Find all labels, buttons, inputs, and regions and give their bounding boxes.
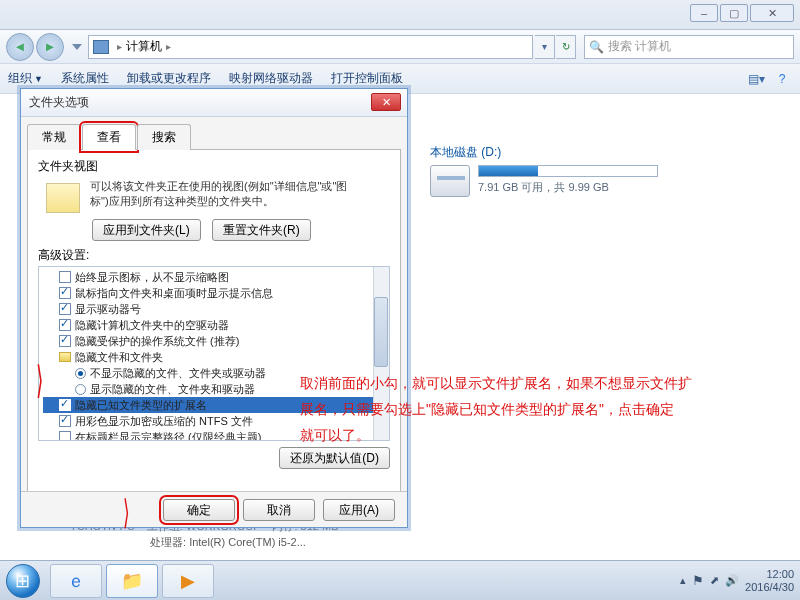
radio-icon[interactable] xyxy=(75,368,86,379)
checkbox-icon[interactable] xyxy=(59,271,71,283)
windows-orb-icon xyxy=(6,564,40,598)
taskbar-clock[interactable]: 12:00 2016/4/30 xyxy=(745,568,794,594)
nav-history-dropdown[interactable] xyxy=(72,44,82,50)
tray-show-hidden-icon[interactable]: ▴ xyxy=(680,574,686,587)
annotation-mark-1: ⟩ xyxy=(36,358,44,402)
refresh-button[interactable]: ↻ xyxy=(556,35,576,59)
map-drive-button[interactable]: 映射网络驱动器 xyxy=(229,70,313,87)
tray-icon[interactable]: ⬈ xyxy=(710,574,719,587)
checkbox-icon[interactable] xyxy=(59,399,71,411)
uninstall-button[interactable]: 卸载或更改程序 xyxy=(127,70,211,87)
setting-label: 不显示隐藏的文件、文件夹或驱动器 xyxy=(90,366,266,381)
action-center-icon[interactable]: ⚑ xyxy=(692,573,704,588)
control-panel-button[interactable]: 打开控制面板 xyxy=(331,70,403,87)
nav-forward-button[interactable]: ► xyxy=(36,33,64,61)
setting-label: 在标题栏显示完整路径 (仅限经典主题) xyxy=(75,430,261,442)
checkbox-icon[interactable] xyxy=(59,431,71,441)
tab-general[interactable]: 常规 xyxy=(27,124,81,150)
folder-views-heading: 文件夹视图 xyxy=(38,158,390,175)
setting-label: 鼠标指向文件夹和桌面项时显示提示信息 xyxy=(75,286,273,301)
tab-panel: 文件夹视图 可以将该文件夹正在使用的视图(例如"详细信息"或"图标")应用到所有… xyxy=(27,150,401,510)
organize-menu[interactable]: 组织▼ xyxy=(8,70,43,87)
drive-d[interactable]: 本地磁盘 (D:) 7.91 GB 可用，共 9.99 GB xyxy=(430,144,680,197)
search-icon: 🔍 xyxy=(589,40,604,54)
annotation-text: 取消前面的小勾，就可以显示文件扩展名，如果不想显示文件扩 展名，只需要勾选上"隐… xyxy=(300,370,750,448)
setting-row[interactable]: 鼠标指向文件夹和桌面项时显示提示信息 xyxy=(43,285,385,301)
taskbar-ie[interactable]: ｅ xyxy=(50,564,102,598)
close-window-button[interactable]: ✕ xyxy=(750,4,794,22)
dialog-titlebar[interactable]: 文件夹选项 ✕ xyxy=(21,89,407,117)
nav-bar: ◄ ► ▸ 计算机 ▸ ▾ ↻ 🔍 搜索 计算机 xyxy=(0,30,800,64)
view-mode-button[interactable]: ▤▾ xyxy=(746,69,766,89)
checkbox-icon[interactable] xyxy=(59,287,71,299)
checkbox-icon[interactable] xyxy=(59,415,71,427)
content-area: 本地磁盘 (D:) 7.91 GB 可用，共 9.99 GB TCHOTN-PC… xyxy=(0,94,800,560)
minimize-button[interactable]: – xyxy=(690,4,718,22)
dialog-title: 文件夹选项 xyxy=(29,94,89,111)
ok-button[interactable]: 确定 xyxy=(163,499,235,521)
scrollbar-thumb[interactable] xyxy=(374,297,388,367)
dialog-close-button[interactable]: ✕ xyxy=(371,93,401,111)
window-chrome: – ▢ ✕ xyxy=(0,0,800,30)
tab-view[interactable]: 查看 xyxy=(82,124,136,150)
restore-defaults-button[interactable]: 还原为默认值(D) xyxy=(279,447,390,469)
checkbox-icon[interactable] xyxy=(59,303,71,315)
nav-back-button[interactable]: ◄ xyxy=(6,33,34,61)
setting-label: 隐藏文件和文件夹 xyxy=(75,350,163,365)
apply-button[interactable]: 应用(A) xyxy=(323,499,395,521)
folder-views-icon xyxy=(46,183,80,213)
system-properties-button[interactable]: 系统属性 xyxy=(61,70,109,87)
checkbox-icon[interactable] xyxy=(59,335,71,347)
setting-label: 显示隐藏的文件、文件夹和驱动器 xyxy=(90,382,255,397)
dialog-buttons: 确定 取消 应用(A) xyxy=(21,491,407,527)
address-bar[interactable]: ▸ 计算机 ▸ xyxy=(88,35,533,59)
breadcrumb-sep: ▸ xyxy=(117,41,122,52)
tab-search[interactable]: 搜索 xyxy=(137,124,191,150)
volume-icon[interactable]: 🔊 xyxy=(725,574,739,587)
maximize-button[interactable]: ▢ xyxy=(720,4,748,22)
hdd-icon xyxy=(430,165,470,197)
setting-row[interactable]: 隐藏受保护的操作系统文件 (推荐) xyxy=(43,333,385,349)
taskbar: ｅ 📁 ▶ ▴ ⚑ ⬈ 🔊 12:00 2016/4/30 xyxy=(0,560,800,600)
taskbar-explorer[interactable]: 📁 xyxy=(106,564,158,598)
advanced-heading: 高级设置: xyxy=(38,247,390,264)
checkbox-icon[interactable] xyxy=(59,319,71,331)
apply-to-folders-button[interactable]: 应用到文件夹(L) xyxy=(92,219,201,241)
drive-usage-bar xyxy=(478,165,658,177)
setting-label: 隐藏已知文件类型的扩展名 xyxy=(75,398,207,413)
breadcrumb-root[interactable]: 计算机 xyxy=(126,38,162,55)
help-button[interactable]: ? xyxy=(772,69,792,89)
drive-space-text: 7.91 GB 可用，共 9.99 GB xyxy=(478,180,658,195)
breadcrumb-sep: ▸ xyxy=(166,41,171,52)
cancel-button[interactable]: 取消 xyxy=(243,499,315,521)
computer-icon xyxy=(93,40,109,54)
annotation-mark-2: ⟩ xyxy=(123,492,130,532)
start-button[interactable] xyxy=(0,561,46,601)
system-tray[interactable]: ▴ ⚑ ⬈ 🔊 12:00 2016/4/30 xyxy=(680,561,794,601)
setting-row[interactable]: 隐藏计算机文件夹中的空驱动器 xyxy=(43,317,385,333)
tab-strip: 常规 查看 搜索 xyxy=(27,123,401,150)
search-box[interactable]: 🔍 搜索 计算机 xyxy=(584,35,794,59)
radio-icon[interactable] xyxy=(75,384,86,395)
setting-row[interactable]: 始终显示图标，从不显示缩略图 xyxy=(43,269,385,285)
setting-row[interactable]: 显示驱动器号 xyxy=(43,301,385,317)
folder-views-desc: 可以将该文件夹正在使用的视图(例如"详细信息"或"图标")应用到所有这种类型的文… xyxy=(90,179,360,209)
setting-label: 始终显示图标，从不显示缩略图 xyxy=(75,270,229,285)
folder-icon xyxy=(59,352,71,362)
setting-label: 隐藏受保护的操作系统文件 (推荐) xyxy=(75,334,239,349)
taskbar-media-player[interactable]: ▶ xyxy=(162,564,214,598)
search-placeholder: 搜索 计算机 xyxy=(608,38,671,55)
drive-label: 本地磁盘 (D:) xyxy=(430,144,680,161)
address-dropdown[interactable]: ▾ xyxy=(535,35,555,59)
folder-options-dialog: 文件夹选项 ✕ 常规 查看 搜索 文件夹视图 可以将该文件夹正在使用的视图(例如… xyxy=(20,88,408,528)
setting-row[interactable]: 隐藏文件和文件夹 xyxy=(43,349,385,365)
setting-label: 隐藏计算机文件夹中的空驱动器 xyxy=(75,318,229,333)
setting-label: 显示驱动器号 xyxy=(75,302,141,317)
reset-folders-button[interactable]: 重置文件夹(R) xyxy=(212,219,311,241)
setting-label: 用彩色显示加密或压缩的 NTFS 文件 xyxy=(75,414,253,429)
